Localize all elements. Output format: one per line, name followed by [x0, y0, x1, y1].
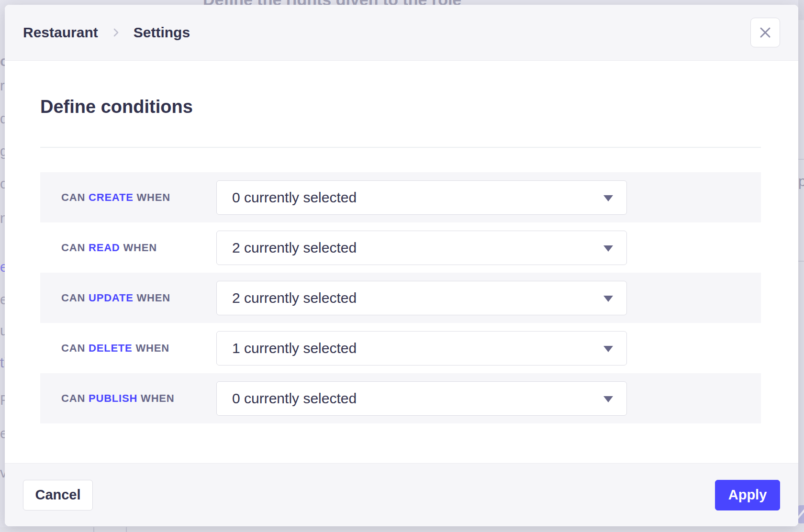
- label-action: UPDATE: [89, 292, 134, 304]
- breadcrumb: Restaurant Settings: [23, 24, 190, 41]
- condition-row-update: CAN UPDATE WHEN 2 currently selected: [40, 273, 761, 323]
- label-prefix: CAN: [61, 242, 85, 254]
- condition-row-create: CAN CREATE WHEN 0 currently selected: [40, 172, 761, 222]
- background-divider: [798, 159, 804, 160]
- condition-row-publish: CAN PUBLISH WHEN 0 currently selected: [40, 373, 761, 423]
- chevron-down-icon: [603, 296, 613, 302]
- settings-modal: Restaurant Settings Define conditions: [5, 5, 798, 526]
- label-action: DELETE: [89, 342, 133, 354]
- create-conditions-select[interactable]: 0 currently selected: [216, 180, 627, 215]
- condition-label: CAN UPDATE WHEN: [40, 292, 216, 304]
- breadcrumb-item-restaurant: Restaurant: [23, 24, 98, 41]
- condition-label: CAN CREATE WHEN: [40, 191, 216, 204]
- modal-header: Restaurant Settings: [5, 5, 798, 61]
- background-edit-icon: [797, 505, 804, 523]
- condition-label: CAN READ WHEN: [40, 242, 216, 254]
- select-value: 2 currently selected: [232, 290, 357, 306]
- label-suffix: WHEN: [137, 191, 170, 203]
- background-text-fragment: p: [798, 173, 804, 189]
- background-bottom-strip: [0, 527, 804, 532]
- publish-conditions-select[interactable]: 0 currently selected: [216, 381, 627, 416]
- label-action: PUBLISH: [89, 392, 137, 404]
- read-conditions-select[interactable]: 2 currently selected: [216, 231, 627, 265]
- select-value: 1 currently selected: [232, 340, 357, 356]
- apply-button[interactable]: Apply: [715, 480, 780, 510]
- label-suffix: WHEN: [123, 242, 156, 254]
- screen: Define the rights given to the role ol r…: [0, 0, 804, 532]
- label-prefix: CAN: [61, 342, 85, 354]
- chevron-down-icon: [603, 346, 613, 352]
- select-value: 2 currently selected: [232, 240, 357, 256]
- condition-label: CAN PUBLISH WHEN: [40, 392, 216, 405]
- background-divider: [93, 527, 94, 532]
- modal-body: Define conditions CAN CREATE WHEN 0 curr…: [5, 61, 798, 423]
- condition-label: CAN DELETE WHEN: [40, 342, 216, 355]
- label-prefix: CAN: [61, 292, 85, 304]
- close-icon: [759, 26, 772, 39]
- chevron-right-icon: [111, 27, 121, 38]
- update-conditions-select[interactable]: 2 currently selected: [216, 281, 627, 315]
- close-button[interactable]: [750, 18, 780, 47]
- delete-conditions-select[interactable]: 1 currently selected: [216, 331, 627, 366]
- title-divider: [40, 147, 761, 148]
- background-right-strip: p: [798, 0, 804, 532]
- background-divider: [798, 261, 804, 262]
- cancel-button[interactable]: Cancel: [23, 480, 93, 510]
- dialog-title: Define conditions: [40, 96, 761, 117]
- condition-row-delete: CAN DELETE WHEN 1 currently selected: [40, 323, 761, 373]
- condition-row-read: CAN READ WHEN 2 currently selected: [40, 222, 761, 273]
- background-band: [798, 0, 804, 20]
- label-action: READ: [89, 242, 120, 254]
- chevron-down-icon: [603, 195, 613, 201]
- select-value: 0 currently selected: [232, 189, 357, 206]
- label-prefix: CAN: [61, 392, 85, 404]
- label-suffix: WHEN: [137, 292, 170, 304]
- select-value: 0 currently selected: [232, 390, 357, 407]
- modal-footer: Cancel Apply: [5, 463, 798, 526]
- breadcrumb-item-settings: Settings: [134, 24, 190, 41]
- conditions-list: CAN CREATE WHEN 0 currently selected CAN…: [40, 172, 761, 423]
- chevron-down-icon: [603, 245, 613, 252]
- label-suffix: WHEN: [141, 392, 174, 404]
- background-divider: [126, 527, 127, 532]
- chevron-down-icon: [603, 396, 613, 402]
- background-text-fragment: r: [0, 78, 5, 94]
- label-suffix: WHEN: [136, 342, 169, 354]
- label-action: CREATE: [89, 191, 134, 203]
- label-prefix: CAN: [61, 191, 85, 203]
